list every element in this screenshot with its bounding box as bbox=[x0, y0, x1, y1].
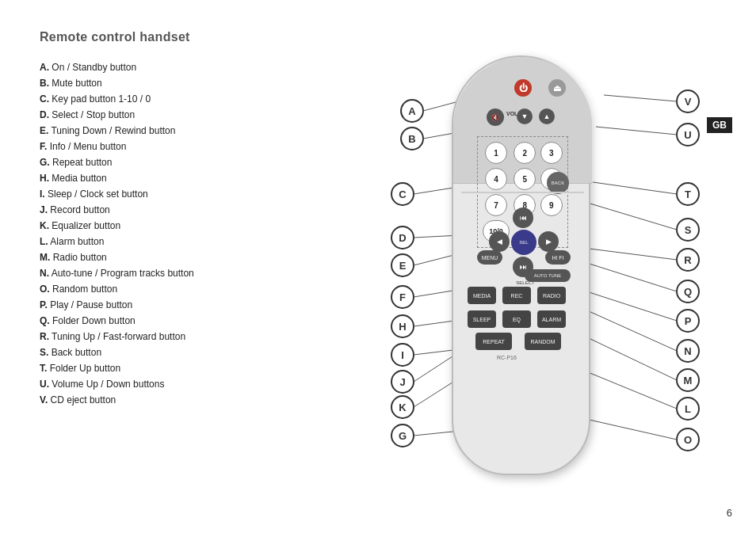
svg-point-24 bbox=[391, 344, 414, 366]
power-button[interactable]: ⏻ bbox=[514, 79, 532, 97]
back-button[interactable]: BACK bbox=[547, 172, 569, 194]
svg-text:J: J bbox=[399, 376, 405, 388]
folder-down-icon: ◀ bbox=[497, 238, 502, 246]
svg-point-27 bbox=[391, 371, 414, 393]
svg-line-38 bbox=[596, 127, 677, 135]
svg-text:D: D bbox=[399, 232, 406, 244]
play-pause-icon: ⏭ bbox=[520, 263, 527, 271]
legend-item-f: F. Info / Menu button bbox=[40, 139, 194, 154]
vol-up-icon: ▲ bbox=[544, 112, 551, 120]
tuning-up-button[interactable]: ▶ bbox=[538, 231, 559, 252]
legend-list: A. On / Standby button B. Mute button C.… bbox=[40, 59, 194, 408]
legend-item-j: J. Record button bbox=[40, 202, 194, 218]
legend-item-g: G. Repeat button bbox=[40, 154, 194, 170]
alarm-button[interactable]: ALARM bbox=[537, 310, 566, 328]
tuning-down-button[interactable]: ⏮ bbox=[513, 207, 533, 228]
mute-button[interactable]: 🔇 bbox=[487, 109, 504, 126]
mute-icon: 🔇 bbox=[491, 114, 499, 121]
svg-text:A: A bbox=[408, 105, 416, 117]
legend-item-i: I. Sleep / Clock set button bbox=[40, 186, 194, 202]
svg-point-21 bbox=[391, 315, 414, 337]
media-row: MEDIA REC RADIO bbox=[468, 287, 566, 304]
svg-text:I: I bbox=[401, 349, 404, 361]
svg-text:O: O bbox=[684, 434, 692, 446]
svg-text:U: U bbox=[684, 129, 691, 141]
eject-button[interactable]: ⏏ bbox=[548, 79, 566, 97]
eject-icon: ⏏ bbox=[553, 83, 561, 93]
legend-item-m: M. Radio button bbox=[40, 249, 194, 265]
select-label: SEL bbox=[519, 240, 528, 245]
eq-row: SLEEP EQ ALARM bbox=[468, 310, 566, 328]
svg-point-18 bbox=[391, 424, 414, 447]
legend-item-b: B. Mute button bbox=[40, 75, 194, 91]
legend-item-q: Q. Folder Down button bbox=[40, 313, 194, 329]
svg-point-63 bbox=[677, 428, 699, 451]
remote-body: ⏻ ⏏ 🔇 VOL ▼ ▲ 1 2 3 4 5 6 7 8 9 bbox=[452, 55, 590, 475]
svg-point-48 bbox=[677, 280, 699, 303]
svg-point-42 bbox=[677, 219, 699, 241]
svg-text:T: T bbox=[685, 188, 691, 200]
svg-point-45 bbox=[677, 249, 699, 271]
legend-item-l: L. Alarm button bbox=[40, 234, 194, 249]
svg-text:Q: Q bbox=[684, 286, 692, 298]
record-button[interactable]: REC bbox=[502, 287, 531, 304]
volume-down-button[interactable]: ▼ bbox=[517, 109, 533, 124]
legend-item-n: N. Auto-tune / Program tracks button bbox=[40, 265, 194, 281]
volume-up-button[interactable]: ▲ bbox=[539, 109, 555, 124]
autotune-button[interactable]: AUTO TUNE bbox=[525, 269, 571, 282]
svg-text:H: H bbox=[399, 321, 406, 333]
eq-button[interactable]: EQ bbox=[502, 310, 531, 328]
legend-item-d: D. Select / Stop button bbox=[40, 107, 194, 123]
num-button-5[interactable]: 5 bbox=[514, 168, 536, 190]
back-label: BACK bbox=[552, 181, 564, 185]
svg-point-33 bbox=[677, 90, 699, 112]
num-button-2[interactable]: 2 bbox=[514, 142, 536, 164]
svg-point-9 bbox=[391, 227, 414, 249]
sleep-button[interactable]: SLEEP bbox=[468, 310, 496, 328]
menu-button[interactable]: MENU bbox=[477, 250, 502, 265]
svg-text:S: S bbox=[685, 224, 692, 236]
legend-item-o: O. Random button bbox=[40, 281, 194, 297]
legend-item-s: S. Back button bbox=[40, 345, 194, 360]
legend-item-k: K. Equalizer button bbox=[40, 218, 194, 234]
legend-item-t: T. Folder Up button bbox=[40, 360, 194, 376]
num-button-4[interactable]: 4 bbox=[485, 168, 507, 190]
folder-down-button[interactable]: ◀ bbox=[489, 231, 510, 252]
svg-line-50 bbox=[577, 260, 677, 291]
select-stop-button[interactable]: SEL bbox=[511, 230, 536, 255]
navigation-dpad: ⏮ ◀ SEL ▶ ⏭ bbox=[489, 207, 559, 277]
svg-point-3 bbox=[401, 128, 423, 150]
autotune-label: AUTO TUNE bbox=[534, 273, 561, 278]
num-button-1[interactable]: 1 bbox=[485, 142, 507, 164]
remote-divider bbox=[461, 192, 584, 193]
svg-text:L: L bbox=[685, 403, 691, 415]
info-label: HI FI bbox=[552, 255, 563, 261]
svg-text:E: E bbox=[399, 260, 407, 272]
radio-button[interactable]: RADIO bbox=[537, 287, 566, 304]
svg-line-41 bbox=[593, 182, 677, 194]
svg-text:B: B bbox=[408, 133, 415, 145]
num-button-3[interactable]: 3 bbox=[540, 142, 563, 164]
svg-point-15 bbox=[391, 286, 414, 308]
legend-item-e: E. Tuning Down / Rewind button bbox=[40, 123, 194, 139]
svg-point-36 bbox=[677, 124, 699, 146]
svg-text:N: N bbox=[684, 345, 691, 357]
svg-text:M: M bbox=[684, 375, 693, 386]
repeat-button[interactable]: REPEAT bbox=[475, 333, 512, 350]
svg-point-60 bbox=[677, 398, 699, 420]
legend-item-p: P. Play / Pause button bbox=[40, 297, 194, 313]
legend-item-a: A. On / Standby button bbox=[40, 59, 194, 75]
svg-point-57 bbox=[677, 369, 699, 391]
svg-text:C: C bbox=[399, 188, 407, 200]
repeat-random-row: REPEAT RANDOM bbox=[475, 333, 561, 350]
page-number: 6 bbox=[727, 507, 732, 519]
legend-item-v: V. CD eject button bbox=[40, 392, 194, 408]
info-button[interactable]: HI FI bbox=[545, 250, 571, 265]
random-button[interactable]: RANDOM bbox=[525, 333, 561, 350]
media-button[interactable]: MEDIA bbox=[468, 287, 496, 304]
model-label: RC-P16 bbox=[497, 355, 517, 360]
svg-text:F: F bbox=[399, 291, 406, 303]
svg-line-44 bbox=[585, 202, 677, 230]
svg-line-35 bbox=[604, 95, 677, 101]
svg-point-12 bbox=[391, 254, 414, 276]
